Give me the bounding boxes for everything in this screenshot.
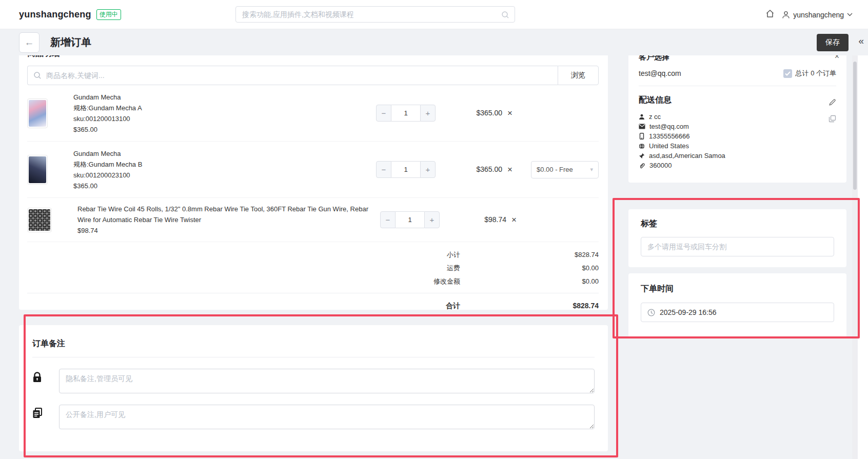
copy-icon[interactable]	[828, 115, 836, 125]
shipping-fee-label: 运费	[447, 262, 460, 275]
paperclip-icon	[639, 163, 645, 169]
quantity-stepper: − 1 +	[376, 161, 436, 178]
qty-minus-button[interactable]: −	[380, 211, 396, 228]
contact-name: z cc	[649, 112, 661, 122]
tags-card: 标签	[628, 209, 846, 267]
checkbox-checked-icon	[783, 69, 792, 78]
product-unit-price: $365.00	[73, 124, 376, 135]
quantity-stepper: − 1 +	[376, 105, 436, 122]
shipping-select[interactable]: $0.00 - Free ▾	[531, 161, 599, 178]
remove-item-icon[interactable]: ×	[507, 165, 512, 175]
qty-minus-button[interactable]: −	[376, 105, 391, 122]
line-price: $98.74	[484, 215, 506, 224]
scroll-rail	[858, 51, 868, 459]
page-toolbar: ← 新增订单 保存 «	[0, 29, 868, 55]
browse-button[interactable]: 浏览	[558, 66, 599, 85]
shipping-info-title: 配送信息	[639, 95, 836, 106]
contact-phone: 13355556666	[649, 131, 690, 141]
order-time-value: 2025-09-29 16:56	[660, 308, 717, 316]
orders-total-label: 总计 0 个订单	[796, 69, 836, 78]
global-search-input[interactable]	[236, 7, 515, 22]
private-note-textarea[interactable]	[59, 369, 595, 393]
phone-icon	[639, 133, 645, 139]
qty-value[interactable]: 1	[391, 161, 420, 178]
tags-input[interactable]	[641, 237, 834, 256]
contact-row: asd,asd,American Samoa	[639, 151, 836, 161]
divider	[639, 86, 836, 86]
clock-icon	[647, 309, 655, 316]
shipping-contact-list: z cc test@qq.com 13355556666 United Stat…	[639, 112, 836, 170]
product-row: Gundam Mecha 规格:Gundam Mecha B sku:00120…	[27, 142, 599, 198]
grand-total-value: $828.74	[460, 299, 599, 310]
back-button[interactable]: ←	[19, 32, 40, 53]
line-price: $365.00	[476, 165, 502, 173]
search-icon	[501, 11, 509, 21]
shipping-selected-value: $0.00 - Free	[537, 166, 573, 173]
order-items-card: 商品明细 浏览 Gundam Mecha 规格:Gundam Mecha A s…	[19, 40, 608, 310]
qty-plus-button[interactable]: +	[420, 161, 436, 178]
product-row: Gundam Mecha 规格:Gundam Mecha A sku:00120…	[27, 85, 599, 142]
adjustment-label: 修改金额	[433, 275, 460, 288]
lock-icon	[32, 369, 43, 385]
product-spec: 规格:Gundam Mecha A	[73, 103, 376, 113]
subtotal-value: $828.74	[460, 248, 599, 262]
status-badge: 使用中	[96, 9, 121, 20]
order-totals: 小计$828.74 运费$0.00 修改金额$0.00 合计$828.74	[27, 242, 599, 310]
scrollbar-thumb[interactable]	[853, 62, 857, 190]
contact-address: asd,asd,American Samoa	[649, 151, 725, 161]
grand-total-label: 合计	[446, 299, 460, 310]
contact-row: United States	[639, 141, 836, 151]
public-note-icon	[32, 405, 43, 421]
save-button[interactable]: 保存	[817, 34, 849, 51]
contact-row: z cc	[639, 112, 836, 122]
product-title: Rebar Tie Wire Coil 45 Rolls, 1/32" 0.8m…	[77, 204, 380, 225]
chevron-down-icon: ▾	[590, 166, 593, 173]
global-search	[235, 6, 515, 23]
search-icon	[33, 71, 42, 82]
contact-row: test@qq.com	[639, 122, 836, 131]
pin-icon	[639, 153, 645, 159]
edit-pencil-icon[interactable]	[828, 98, 836, 108]
line-price: $365.00	[476, 109, 502, 117]
orders-total-checkbox[interactable]: 总计 0 个订单	[783, 69, 836, 78]
app-logo: yunshangcheng	[19, 9, 91, 20]
shipping-fee-value: $0.00	[460, 262, 599, 275]
product-thumbnail	[27, 155, 48, 185]
order-notes-card: 订单备注	[19, 325, 608, 451]
order-time-card: 下单时间 2025-09-29 16:56	[628, 273, 846, 338]
vertical-scrollbar[interactable]	[852, 51, 858, 459]
product-unit-price: $365.00	[73, 181, 376, 191]
product-thumbnail	[27, 208, 52, 232]
person-icon	[639, 114, 645, 120]
qty-plus-button[interactable]: +	[420, 105, 436, 122]
remove-item-icon[interactable]: ×	[511, 215, 517, 225]
product-search-bar: 浏览	[27, 66, 599, 85]
product-thumbnail	[27, 98, 48, 128]
home-icon[interactable]	[765, 9, 775, 20]
qty-plus-button[interactable]: +	[424, 211, 440, 228]
qty-value[interactable]: 1	[391, 105, 420, 122]
contact-row: 13355556666	[639, 131, 836, 141]
collapse-panel-icon[interactable]: «	[858, 35, 864, 47]
public-note-textarea[interactable]	[59, 405, 595, 429]
order-notes-title: 订单备注	[32, 338, 595, 349]
contact-country: United States	[649, 141, 689, 151]
user-name: yunshangcheng	[793, 11, 844, 19]
page-title: 新增订单	[50, 35, 91, 49]
product-spec: 规格:Gundam Mecha B	[73, 159, 376, 170]
qty-minus-button[interactable]: −	[376, 161, 391, 178]
remove-item-icon[interactable]: ×	[507, 108, 512, 118]
divider	[32, 357, 595, 357]
contact-zip: 360000	[649, 161, 672, 170]
chevron-down-icon	[847, 13, 853, 16]
user-menu[interactable]: yunshangcheng	[782, 11, 853, 19]
contact-email: test@qq.com	[649, 122, 689, 131]
customer-card: 客户选择 × test@qq.com 总计 0 个订单 配送信息 z cc te…	[628, 44, 846, 183]
product-row: Rebar Tie Wire Coil 45 Rolls, 1/32" 0.8m…	[27, 198, 599, 242]
product-sku: sku:001200023100	[73, 170, 376, 181]
qty-value[interactable]: 1	[396, 211, 424, 228]
order-time-picker[interactable]: 2025-09-29 16:56	[641, 303, 834, 322]
product-search-input[interactable]	[27, 66, 558, 85]
subtotal-label: 小计	[447, 248, 460, 262]
quantity-stepper: − 1 +	[380, 211, 440, 228]
